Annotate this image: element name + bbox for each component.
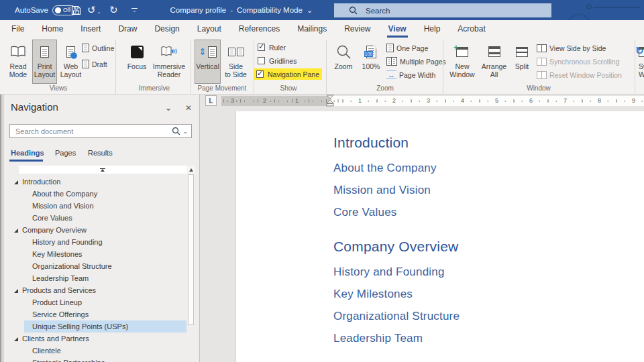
document-search-box[interactable]: ⌄ (9, 124, 192, 138)
tree-item[interactable]: Mission and Vision (0, 200, 186, 212)
nav-tab-results[interactable]: Results (88, 149, 113, 157)
customize-quick-access-button[interactable]: ⌄ (131, 0, 138, 20)
arrange-all-button[interactable]: Arrange All (478, 40, 510, 84)
tab-file[interactable]: File (3, 20, 33, 38)
tree-item[interactable]: Product Lineup (0, 296, 186, 308)
read-mode-button[interactable]: Read Mode (5, 40, 31, 84)
tree-item-products-and-services[interactable]: Products and Services (0, 284, 186, 296)
save-button[interactable] (71, 0, 81, 20)
title-bar: AutoSave Off ↺ ⌄ ↻ ⌄ Company profile (0, 0, 644, 20)
ruler-margin-segment[interactable]: 3 2 1 (221, 96, 331, 106)
collapse-triangle-icon[interactable] (13, 180, 19, 185)
new-window-button[interactable]: + New Window (447, 40, 478, 84)
tab-help[interactable]: Help (415, 20, 449, 38)
collapse-triangle-icon[interactable] (13, 337, 19, 342)
doc-heading-core-values[interactable]: Core Values (333, 206, 397, 219)
page-width-button[interactable]: ↔ Page Width (386, 69, 435, 80)
tab-mailings[interactable]: Mailings (288, 20, 335, 38)
tree-item[interactable]: About the Company (0, 188, 186, 200)
tab-home[interactable]: Home (33, 20, 72, 38)
gridlines-checkbox[interactable]: Gridlines (255, 55, 299, 66)
hundred-percent-button[interactable]: 100 100% (359, 40, 383, 84)
focus-button[interactable]: Focus (124, 40, 150, 84)
tree-item-company-overview[interactable]: Company Overview (0, 224, 186, 236)
immersive-reader-button[interactable]: Immersive Reader (151, 40, 187, 84)
search-icon[interactable] (172, 127, 180, 135)
print-layout-button[interactable]: Print Layout (32, 40, 57, 84)
side-to-side-button[interactable]: Side to Side (222, 40, 250, 84)
scroll-to-top-icon (100, 168, 105, 172)
tree-item[interactable]: History and Founding (0, 236, 186, 248)
web-layout-button[interactable]: Web Layout (58, 40, 83, 84)
doc-heading-introduction[interactable]: Introduction (333, 135, 409, 151)
nav-tab-pages[interactable]: Pages (55, 149, 76, 157)
one-page-button[interactable]: One Page (386, 42, 428, 54)
scrollbar-thumb[interactable] (188, 174, 194, 325)
tree-item-introduction[interactable]: Introduction (0, 176, 186, 188)
tree-item-clients-and-partners[interactable]: Clients and Partners (0, 333, 186, 345)
zoom-button[interactable]: Zoom (330, 40, 357, 84)
pane-close-icon[interactable]: ✕ (185, 103, 192, 113)
redo-button[interactable]: ↻ (109, 0, 118, 20)
ruler-checkbox[interactable]: Ruler (255, 42, 288, 53)
tab-view[interactable]: View (380, 20, 415, 38)
tab-insert[interactable]: Insert (72, 20, 109, 38)
collapse-triangle-icon[interactable] (13, 228, 19, 233)
tree-item[interactable]: Organizational Structure (0, 260, 186, 272)
tree-item-selected[interactable]: Unique Selling Points (USPs) (0, 320, 186, 333)
tree-item[interactable]: Leadership Team (0, 272, 186, 284)
print-layout-label: Print Layout (33, 62, 56, 78)
undo-button[interactable]: ↺ ⌄ (87, 0, 101, 20)
nav-tab-headings[interactable]: Headings (11, 149, 44, 157)
collapse-triangle-icon[interactable] (13, 288, 19, 294)
navigation-pane-checkbox[interactable]: Navigation Pane (254, 68, 322, 80)
draft-button[interactable]: Draft (82, 58, 107, 70)
reset-window-position-button[interactable]: Reset Window Position (537, 69, 622, 80)
tab-review[interactable]: Review (335, 20, 379, 38)
tree-item[interactable]: Core Values (0, 212, 186, 224)
tree-item[interactable]: Clientele (0, 345, 186, 357)
doc-heading-organizational-structure[interactable]: Organizational Structure (333, 310, 460, 323)
doc-heading-leadership-team[interactable]: Leadership Team (333, 332, 423, 345)
autosave-toggle[interactable]: AutoSave Off (15, 0, 76, 20)
indent-markers-icon[interactable] (326, 95, 334, 107)
document-page[interactable] (235, 111, 644, 362)
tab-acrobat[interactable]: Acrobat (449, 20, 494, 38)
vertical-button[interactable]: ⇕ Vertical (195, 40, 221, 84)
tree-item-clipped[interactable]: Strategic Partnerships (0, 357, 186, 362)
split-button[interactable]: Split (511, 40, 533, 84)
ruler-number: 5 (494, 97, 500, 105)
doc-heading-key-milestones[interactable]: Key Milestones (333, 288, 413, 301)
doc-heading-history-and-founding[interactable]: History and Founding (333, 265, 445, 279)
pane-options-chevron-icon[interactable]: ⌄ (165, 103, 172, 113)
ruler-page-segment[interactable]: 1 2 3 4 5 6 7 8 9 (331, 96, 644, 106)
tab-design[interactable]: Design (146, 20, 188, 38)
scrollbar-up-button[interactable] (186, 166, 195, 174)
tree-item[interactable]: Key Milestones (0, 248, 186, 260)
search-options-chevron-icon[interactable]: ⌄ (182, 128, 188, 135)
scroll-to-top-bar[interactable] (19, 166, 186, 174)
multiple-pages-button[interactable]: Multiple Pages (386, 56, 446, 67)
doc-heading-company-overview[interactable]: Company Overview (333, 239, 458, 255)
tab-references[interactable]: References (230, 20, 288, 38)
tab-layout[interactable]: Layout (189, 20, 230, 38)
document-search-input[interactable] (10, 127, 172, 135)
tab-draw[interactable]: Draw (109, 20, 146, 38)
ruler-number: 3 (229, 97, 235, 105)
search-box[interactable] (334, 3, 551, 17)
undo-dropdown-icon[interactable]: ⌄ (97, 9, 101, 15)
arrange-all-label-1: Arrange (482, 62, 506, 70)
view-side-by-side-button[interactable]: View Side by Side (537, 42, 606, 54)
title-chevron-icon[interactable]: ⌄ (307, 5, 313, 15)
synchronous-scrolling-button[interactable]: Synchronous Scrolling (537, 56, 619, 67)
tab-selector-button[interactable]: L (205, 95, 217, 106)
checkbox-checked-icon (258, 44, 265, 51)
outline-button[interactable]: Outline (82, 42, 114, 54)
doc-heading-about-the-company[interactable]: About the Company (333, 162, 437, 175)
immersive-reader-label-2: Reader (158, 70, 180, 78)
search-input[interactable] (364, 6, 532, 15)
switch-windows-button[interactable]: Sw Winc (638, 40, 644, 84)
doc-heading-mission-and-vision[interactable]: Mission and Vision (333, 184, 431, 197)
immersive-group-label: Immersive (121, 84, 188, 92)
tree-item[interactable]: Service Offerings (0, 308, 186, 320)
